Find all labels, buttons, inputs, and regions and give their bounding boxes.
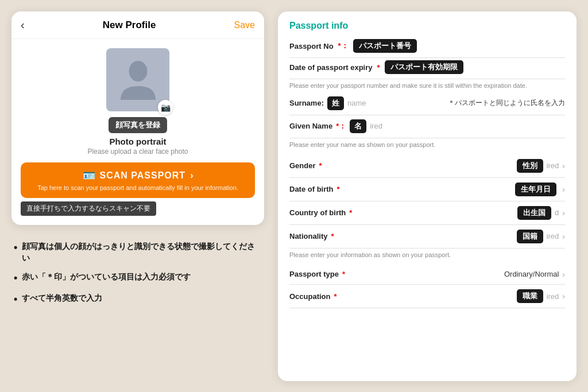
surname-placeholder: name — [347, 99, 444, 107]
dob-label: Date of birth — [289, 185, 334, 193]
cob-chevron-icon: › — [562, 208, 565, 218]
bullet-item-3: • すべて半角英数で入力 — [14, 293, 262, 306]
phone-body: 📷 顔写真を登録 Photo portrait Please upload a … — [11, 39, 264, 225]
given-name-required: *： — [336, 121, 346, 131]
save-button[interactable]: Save — [234, 20, 255, 30]
dob-badge: 生年月日 — [515, 183, 556, 196]
given-name-row[interactable]: Given Name *： 名 ired — [289, 118, 565, 138]
given-name-label: Given Name — [289, 122, 332, 130]
surname-row[interactable]: Surname: 姓 name ＊パスポートと同じように氏名を入力 — [289, 95, 565, 115]
gender-chevron-icon: › — [562, 161, 565, 170]
bullet-item-2: • 赤い「＊印」がついている項目は入力必須です — [14, 271, 262, 285]
left-panel: ‹ New Profile Save 📷 — [11, 11, 264, 381]
passport-no-required: *： — [338, 41, 349, 51]
scan-btn-sub: Tap here to scan your passport and autom… — [37, 184, 238, 191]
camera-icon[interactable]: 📷 — [158, 100, 173, 115]
nationality-label: Nationality — [289, 232, 327, 240]
pt-right: Ordinary/Normal › — [504, 270, 565, 279]
country-of-birth-row[interactable]: Country of birth * 出生国 d › — [289, 201, 565, 225]
passport-hint-1: Please enter your passport number and ma… — [289, 81, 565, 90]
page-title: New Profile — [103, 20, 156, 31]
occ-label: Occupation — [289, 292, 331, 301]
register-photo-label: 顔写真を登録 — [109, 117, 167, 133]
section-title: Passport info — [289, 21, 565, 31]
phone-header: ‹ New Profile Save — [11, 11, 264, 39]
occ-chevron-icon: › — [562, 292, 565, 301]
scan-btn-label: SCAN PASSPORT — [100, 170, 186, 181]
pt-required: * — [342, 270, 345, 278]
avatar-silhouette-icon — [119, 59, 157, 102]
nationality-right: 国籍 ired › — [517, 230, 565, 243]
dob-chevron-icon: › — [562, 185, 565, 194]
surname-label: Surname: — [289, 99, 324, 107]
photo-portrait-title: Photo portrait — [109, 137, 166, 146]
passport-expiry-row: Date of passport expiry * パスポート有効期限 — [289, 60, 565, 79]
occupation-row[interactable]: Occupation * 職業 ired › — [289, 285, 565, 308]
cob-right: 出生国 d › — [517, 206, 565, 220]
nationality-required: * — [331, 232, 334, 240]
nationality-badge: 国籍 — [517, 230, 543, 243]
photo-portrait-sub: Please upload a clear face photo — [88, 148, 188, 156]
bullet-dot-2: • — [14, 272, 17, 285]
scan-btn-top: 🪪 SCAN PASSPORT › — [83, 169, 194, 182]
gender-badge: 性別 — [517, 159, 543, 173]
occ-left: Occupation * — [289, 292, 337, 301]
pt-chevron-icon: › — [562, 270, 565, 279]
pt-value: Ordinary/Normal — [504, 270, 559, 278]
gender-row[interactable]: Gender * 性別 ired › — [289, 154, 565, 178]
bullet-text-1: 顔写真は個人の顔がはっきりと識別できる状態で撮影してください — [22, 241, 262, 263]
occ-right: 職業 ired › — [517, 289, 565, 303]
surname-badge: 姓 — [327, 96, 344, 110]
gender-right: 性別 ired › — [517, 159, 565, 173]
nationality-placeholder: ired — [547, 232, 559, 240]
pt-label: Passport type — [289, 270, 339, 278]
gender-required: * — [319, 161, 322, 170]
back-button[interactable]: ‹ — [21, 18, 25, 32]
passport-type-row[interactable]: Passport type * Ordinary/Normal › — [289, 264, 565, 285]
nationality-row[interactable]: Nationality * 国籍 ired › — [289, 225, 565, 249]
bullet-text-3: すべて半角英数で入力 — [22, 293, 102, 304]
given-name-badge: 名 — [350, 119, 366, 133]
cob-badge: 出生国 — [517, 206, 551, 220]
gender-placeholder: ired — [547, 161, 559, 170]
passport-no-row: Passport No *： パスポート番号 — [289, 39, 565, 58]
bullet-dot-1: • — [14, 242, 17, 254]
bullet-text-2: 赤い「＊印」がついている項目は入力必須です — [22, 271, 191, 283]
avatar-area[interactable]: 📷 — [106, 48, 169, 111]
name-hint: Please enter your name as shown on your … — [289, 141, 565, 149]
cob-placeholder: d — [555, 208, 559, 217]
dob-right: 生年月日 › — [515, 183, 565, 196]
gender-left: Gender * — [289, 161, 322, 170]
passport-no-label: Passport No — [289, 42, 334, 51]
bullet-list: • 顔写真は個人の顔がはっきりと識別できる状態で撮影してください • 赤い「＊印… — [11, 241, 264, 313]
dob-row[interactable]: Date of birth * 生年月日 › — [289, 178, 565, 201]
dob-left: Date of birth * — [289, 185, 340, 193]
expiry-label: Date of passport expiry — [289, 63, 373, 72]
expiry-badge: パスポート有効期限 — [385, 60, 463, 74]
cob-label: Country of birth — [289, 208, 346, 217]
no-scan-label: 直接手打ちで入力するならスキャン不要 — [21, 201, 156, 216]
nationality-hint: Please enter your information as shown o… — [289, 251, 565, 259]
svg-point-0 — [129, 61, 147, 81]
nationality-chevron-icon: › — [562, 232, 565, 241]
phone-mockup: ‹ New Profile Save 📷 — [11, 11, 264, 225]
right-panel: Passport info Passport No *： パスポート番号 Dat… — [278, 11, 577, 381]
cob-required: * — [349, 208, 352, 217]
dob-required: * — [337, 185, 340, 193]
passport-no-badge: パスポート番号 — [353, 39, 417, 53]
surname-annotation: ＊パスポートと同じように氏名を入力 — [448, 98, 565, 108]
given-name-placeholder: ired — [370, 122, 565, 130]
occ-badge: 職業 — [517, 289, 543, 303]
nationality-left: Nationality * — [289, 232, 334, 240]
gender-label: Gender — [289, 161, 316, 170]
bullet-dot-3: • — [14, 293, 17, 306]
scan-passport-button[interactable]: 🪪 SCAN PASSPORT › Tap here to scan your … — [21, 162, 255, 198]
expiry-required: * — [377, 63, 380, 72]
scan-arrow-icon: › — [190, 170, 193, 181]
pt-left: Passport type * — [289, 270, 345, 278]
occ-placeholder: ired — [547, 292, 559, 301]
passport-scan-icon: 🪪 — [83, 169, 95, 182]
occ-required: * — [334, 292, 337, 301]
bullet-item-1: • 顔写真は個人の顔がはっきりと識別できる状態で撮影してください — [14, 241, 262, 263]
cob-left: Country of birth * — [289, 208, 352, 217]
